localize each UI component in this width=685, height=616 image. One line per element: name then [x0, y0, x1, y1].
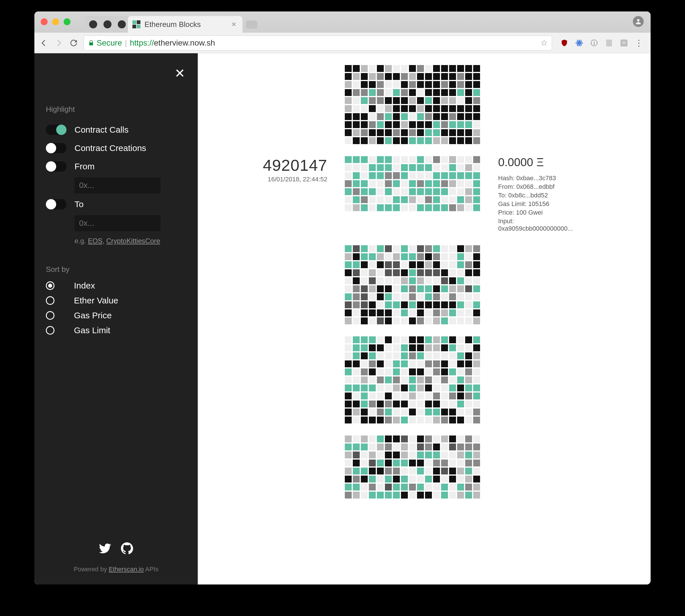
tx-cell[interactable] [457, 65, 464, 72]
tx-cell[interactable] [441, 269, 448, 277]
tx-cell[interactable] [473, 245, 480, 252]
tx-cell[interactable] [417, 384, 424, 392]
tx-cell[interactable] [369, 352, 376, 359]
tx-cell[interactable] [369, 459, 376, 467]
tx-cell[interactable] [409, 491, 416, 499]
tx-cell[interactable] [457, 172, 464, 179]
tx-cell[interactable] [369, 344, 376, 352]
tx-cell[interactable] [473, 137, 480, 145]
tx-cell[interactable] [457, 137, 464, 145]
tx-cell[interactable] [369, 204, 376, 212]
tx-cell[interactable] [417, 475, 424, 483]
tx-cell[interactable] [473, 384, 480, 392]
tx-cell[interactable] [425, 400, 432, 408]
tx-cell[interactable] [352, 73, 360, 80]
tx-cell[interactable] [352, 65, 360, 72]
tx-cell[interactable] [361, 360, 368, 368]
tx-cell[interactable] [344, 245, 352, 252]
tx-cell[interactable] [352, 113, 360, 120]
tx-cell[interactable] [401, 475, 408, 483]
tx-cell[interactable] [369, 81, 376, 88]
tx-cell[interactable] [409, 392, 416, 400]
tx-cell[interactable] [352, 188, 360, 195]
tx-cell[interactable] [433, 73, 440, 80]
tx-cell[interactable] [377, 400, 384, 408]
tx-cell[interactable] [393, 164, 400, 171]
tx-cell[interactable] [473, 451, 480, 459]
tx-cell[interactable] [457, 392, 464, 400]
tx-cell[interactable] [344, 451, 352, 459]
tx-cell[interactable] [377, 352, 384, 359]
tx-cell[interactable] [385, 129, 392, 136]
tx-cell[interactable] [344, 376, 352, 383]
tx-cell[interactable] [393, 269, 400, 277]
tx-cell[interactable] [344, 491, 352, 499]
tx-cell[interactable] [417, 483, 424, 491]
tx-cell[interactable] [369, 105, 376, 112]
tx-cell[interactable] [449, 196, 456, 203]
tx-cell[interactable] [441, 344, 448, 352]
tx-cell[interactable] [473, 352, 480, 359]
tx-cell[interactable] [369, 164, 376, 171]
tx-cell[interactable] [457, 309, 464, 316]
tx-cell[interactable] [352, 360, 360, 368]
tx-cell[interactable] [393, 400, 400, 408]
tx-cell[interactable] [401, 376, 408, 383]
tx-cell[interactable] [393, 483, 400, 491]
tx-cell[interactable] [449, 435, 456, 443]
tx-cell[interactable] [409, 416, 416, 424]
tx-cell[interactable] [433, 467, 440, 475]
toggle-from[interactable] [46, 161, 66, 172]
tx-cell[interactable] [457, 368, 464, 376]
tx-cell[interactable] [433, 368, 440, 376]
tx-cell[interactable] [401, 196, 408, 203]
tx-cell[interactable] [401, 188, 408, 195]
tx-cell[interactable] [417, 408, 424, 416]
tx-cell[interactable] [457, 285, 464, 292]
tx-cell[interactable] [433, 451, 440, 459]
tx-cell[interactable] [441, 459, 448, 467]
tx-cell[interactable] [377, 435, 384, 443]
tx-cell[interactable] [344, 89, 352, 96]
tx-cell[interactable] [465, 416, 472, 424]
tx-cell[interactable] [473, 73, 480, 80]
tx-cell[interactable] [344, 408, 352, 416]
tx-cell[interactable] [352, 156, 360, 163]
tx-cell[interactable] [401, 344, 408, 352]
tx-cell[interactable] [377, 368, 384, 376]
tx-cell[interactable] [441, 253, 448, 260]
tx-cell[interactable] [473, 376, 480, 383]
tx-cell[interactable] [352, 483, 360, 491]
tx-cell[interactable] [417, 293, 424, 301]
tx-cell[interactable] [433, 491, 440, 499]
tx-cell[interactable] [401, 164, 408, 171]
tx-cell[interactable] [425, 416, 432, 424]
tx-cell[interactable] [409, 301, 416, 309]
tx-cell[interactable] [433, 156, 440, 163]
tx-cell[interactable] [369, 475, 376, 483]
tx-cell[interactable] [473, 443, 480, 451]
tx-cell[interactable] [433, 204, 440, 212]
tx-cell[interactable] [361, 204, 368, 212]
tx-cell[interactable] [449, 73, 456, 80]
tx-cell[interactable] [441, 491, 448, 499]
tx-cell[interactable] [457, 121, 464, 128]
tx-cell[interactable] [417, 269, 424, 277]
window-close-button[interactable] [41, 18, 48, 25]
tx-cell[interactable] [344, 156, 352, 163]
tx-cell[interactable] [385, 491, 392, 499]
tx-cell[interactable] [425, 188, 432, 195]
tx-cell[interactable] [425, 285, 432, 292]
tx-cell[interactable] [449, 269, 456, 277]
tx-cell[interactable] [457, 180, 464, 188]
tx-cell[interactable] [385, 164, 392, 171]
tx-cell[interactable] [441, 73, 448, 80]
tx-cell[interactable] [433, 309, 440, 316]
tx-cell[interactable] [433, 277, 440, 285]
tx-cell[interactable] [344, 81, 352, 88]
tx-cell[interactable] [465, 164, 472, 171]
tx-cell[interactable] [369, 435, 376, 443]
tx-cell[interactable] [352, 121, 360, 128]
tx-cell[interactable] [449, 121, 456, 128]
tx-cell[interactable] [385, 97, 392, 104]
